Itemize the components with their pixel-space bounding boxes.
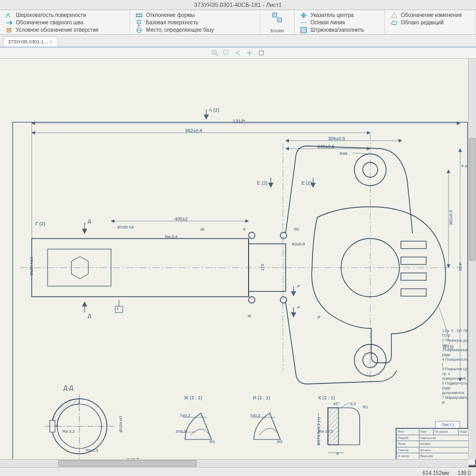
k-8: 8 (336, 451, 338, 456)
section-arrow-p-top: Р (297, 284, 300, 289)
cmd-surface-roughness[interactable]: Шероховатость поверхности (5, 12, 124, 19)
drawing-canvas[interactable]: А (2) 1312* 952±0,8 309±0,5 240±0,5 R48 … (0, 59, 476, 467)
cmd-centerline[interactable]: Осевая линия (300, 19, 379, 26)
datum-target-icon (135, 26, 143, 34)
cmd-weld-symbol[interactable]: Обозначение сварного шва (5, 19, 124, 26)
close-icon[interactable]: × (50, 37, 52, 47)
svg-rect-5 (273, 13, 277, 17)
status-coord-y: 139.0 (457, 470, 471, 476)
label-i: И (317, 315, 321, 319)
dim-60: 60±0,8 (292, 242, 305, 246)
zoom-fit-icon[interactable] (211, 49, 218, 57)
horizontal-scrollbar[interactable] (0, 459, 469, 467)
svg-rect-19 (224, 50, 228, 54)
datum-t: Т (116, 307, 119, 312)
section-label-e-left: Е (2) (257, 180, 268, 186)
pan-icon[interactable] (246, 49, 253, 57)
vertical-scrollbar[interactable] (468, 59, 476, 460)
cmd-datum[interactable]: Базовая поверхность (135, 19, 254, 26)
label-zh: Ж (248, 314, 251, 318)
ribbon-group-surface: Шероховатость поверхности Обозначение св… (0, 10, 130, 34)
zh-r5: R5 (209, 440, 215, 444)
sheet-tag[interactable]: Лист1 (435, 421, 460, 428)
document-tab-active[interactable]: 373УН35.0301-1… × (3, 36, 58, 47)
ribbon-group-form: Отклонение формы Базовая поверхность Мес… (130, 10, 260, 34)
view-cube-icon[interactable] (258, 49, 265, 57)
cmd-datum-target[interactable]: Место, определяющее базу (135, 26, 254, 33)
dim-405: 405±2 (175, 216, 188, 222)
rev-symbol-icon (390, 12, 398, 19)
section-label-a: А (2) (209, 107, 219, 113)
cmd-form-tolerance[interactable]: Отклонение формы (135, 12, 254, 19)
dim-175: 175 (260, 264, 265, 271)
hole-icon (5, 26, 13, 34)
svg-rect-2 (138, 20, 141, 23)
rev-cloud-icon (390, 19, 398, 26)
svg-line-18 (216, 54, 218, 56)
zoom-area-icon[interactable] (223, 49, 230, 57)
zh-dim-7: 7±0,2 (180, 413, 190, 418)
zoom-prev-icon[interactable] (234, 49, 242, 57)
label-k: К (243, 227, 246, 232)
zh-dim-2: 2±0,2 (176, 429, 186, 434)
ribbon-group-centerlines: Указатель центра Осевая линия Штриховка/… (295, 10, 385, 34)
cmd-revision-symbol[interactable]: Обозначение изменения (390, 12, 470, 19)
hatch-icon (300, 26, 307, 34)
blocks-label: Блоки (270, 28, 283, 33)
cmd-hatch[interactable]: Штриховка/заполнить (300, 26, 379, 33)
dim-phi180: Ø180 h8 (117, 225, 134, 230)
dd-phi154: Ø154 H7 (118, 415, 123, 432)
i-dim-7: 7±0,2 (250, 413, 260, 418)
drawing-sheet: А (2) 1312* 952±0,8 309±0,5 240±0,5 R48 … (0, 59, 476, 466)
cmd-revision-cloud[interactable]: Облако редакций (390, 19, 470, 26)
document-tabs: 373УН35.0301-1… × (0, 35, 476, 48)
status-bar: 614.152мм 139.0 (0, 467, 476, 476)
view-toolbar (0, 48, 476, 59)
centerline-icon (300, 19, 307, 26)
svg-point-40 (249, 297, 255, 303)
detail-title-i: И (2 : 1) (253, 395, 270, 400)
section-arrow-p-bot: Р (297, 305, 300, 310)
weld-icon (5, 19, 13, 26)
cmd-center-mark[interactable]: Указатель центра (300, 12, 379, 19)
svg-point-41 (280, 297, 287, 303)
detail-title-zh: Ж (2 : 1) (184, 395, 202, 400)
svg-point-17 (212, 50, 216, 54)
scrollbar-thumb[interactable] (58, 460, 197, 466)
doctab-name: 373УН35.0301-1… (8, 37, 49, 47)
dim-ra04: Ra 0,4 (165, 234, 178, 239)
svg-line-52 (352, 153, 370, 154)
svg-rect-20 (259, 51, 263, 55)
section-title-dd: Д-Д (63, 385, 74, 391)
dim-r48: R48 (340, 151, 347, 156)
k-phi179: Ø179,5±0,1 (ч) (316, 417, 321, 445)
svg-point-42 (249, 232, 255, 239)
dd-ra32: Ra 3,2 (62, 429, 75, 434)
svg-rect-6 (278, 18, 281, 22)
dim-50: 50 (294, 227, 299, 232)
svg-rect-37 (401, 257, 426, 264)
k-02: 0,2 (350, 401, 356, 406)
svg-rect-22 (13, 122, 468, 461)
dim-952: 952±0,8 (185, 128, 202, 133)
dim-309: 309±0,5 (328, 136, 345, 141)
ribbon-group-revisions: Обозначение изменения Облако редакций (385, 10, 475, 34)
dim-phi180-vert: Ø180 h13 (29, 257, 34, 276)
window-title: 373УН35.0301-40СБ-181 - Лист1 (194, 2, 282, 8)
detail-title-k: К (2 : 1) (318, 395, 335, 400)
status-coord-x: 614.152мм (423, 470, 449, 476)
roughness-icon (5, 12, 13, 19)
scrollbar-thumb[interactable] (469, 138, 475, 261)
ribbon-group-blocks: Блоки (260, 10, 295, 34)
dim-1312: 1312* (233, 118, 245, 124)
label-sh: Ш (200, 227, 204, 232)
form-tol-icon (135, 12, 143, 19)
ribbon: Шероховатость поверхности Обозначение св… (0, 10, 476, 35)
cmd-hole-callout[interactable]: Условное обозначение отверстия (5, 26, 124, 33)
datum-icon (135, 19, 143, 26)
svg-rect-39 (401, 289, 426, 296)
dim-240: 240±0,5 (317, 144, 334, 149)
section-arrow-d-top: Д (88, 218, 91, 224)
blocks-icon[interactable] (271, 12, 283, 23)
section-arrow-d-bot: Д (88, 313, 91, 318)
